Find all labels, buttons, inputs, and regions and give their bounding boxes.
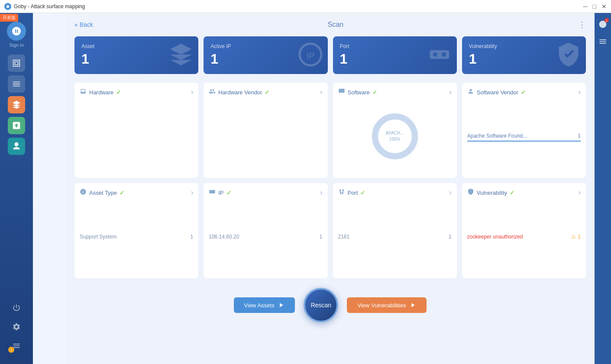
panel-hvendor-header: Hardware Vendor ✓ ›: [209, 88, 322, 97]
panel-hvendor-body: [209, 100, 322, 173]
app-icon: [4, 3, 11, 10]
vuln-zookeeper-count: 1: [578, 234, 581, 240]
svg-point-5: [442, 52, 446, 57]
panel-ip-body: 106.14.60.20 1: [209, 200, 322, 273]
sidebar-item-teal[interactable]: [8, 138, 25, 155]
assettype-nav[interactable]: ›: [191, 189, 193, 196]
close-button[interactable]: ✕: [601, 3, 607, 10]
panel-hardware: Hardware ✓ ›: [74, 83, 198, 178]
asset-type-icon: [80, 188, 87, 197]
svg-text:IP: IP: [306, 51, 314, 61]
stat-vuln-icon: [556, 42, 582, 69]
stat-asset[interactable]: Asset 1: [74, 36, 198, 74]
port-nav[interactable]: ›: [449, 189, 451, 196]
vendor-apache-name: Apache Software Found...: [467, 133, 527, 139]
svendor-nav[interactable]: ›: [579, 88, 581, 96]
sidebar-power-button[interactable]: [9, 300, 24, 316]
port-panel-icon: [338, 188, 345, 197]
titlebar: Goby - Attack surface mapping ─ □ ✕: [0, 0, 611, 13]
view-vulnerabilities-button[interactable]: View Vulnerabilities: [347, 297, 427, 313]
view-assets-arrow-icon: [278, 302, 284, 309]
panel-port-title: Port: [348, 190, 358, 196]
donut-label-name: APACH...: [386, 130, 404, 136]
stats-row: Asset 1 Active IP 1 IP Port 1 Vulnerabil…: [74, 36, 586, 74]
panel-assettype-body: Support System 1: [80, 200, 193, 273]
sidebar-right-list-button[interactable]: [596, 35, 610, 48]
software-nav[interactable]: ›: [449, 88, 451, 96]
sidebar-item-scan[interactable]: [8, 55, 25, 72]
sidebar-right: 1: [595, 13, 611, 364]
panel-software: Software ✓ › APACH... 100%: [333, 83, 457, 178]
vendor-apache-count: 1: [578, 133, 581, 139]
clock-badge: 1: [605, 18, 609, 23]
svg-rect-9: [210, 190, 215, 193]
warning-triangle-icon: ⚠: [571, 234, 576, 240]
main-content: « Back Scan ⋮ Asset 1 Active IP 1 IP Por…: [66, 13, 595, 364]
bottom-bar: View Assets Rescan View Vulnerabilities: [74, 283, 586, 327]
software-icon: [338, 88, 345, 97]
panel-software-title: Software: [348, 89, 370, 96]
panel-vuln-header: Vulnerability ✓ ›: [467, 188, 581, 197]
more-button[interactable]: ⋮: [578, 20, 586, 29]
stat-port[interactable]: Port 1: [333, 36, 457, 74]
panel-ip: IP ✓ › 106.14.60.20 1: [204, 183, 327, 278]
list-item-support: Support System 1: [80, 231, 193, 242]
port-number-name: 2181: [338, 234, 350, 240]
panel-svendor-body: Apache Software Found... 1: [467, 100, 581, 173]
donut-label-pct: 100%: [386, 136, 404, 142]
sidebar-item-orange[interactable]: [8, 96, 25, 113]
sidebar-settings-button[interactable]: [9, 319, 24, 335]
panel-assettype-header: Asset Type ✓ ›: [80, 188, 193, 197]
sidebar-item-list[interactable]: [8, 75, 25, 93]
vuln-zookeeper-badge: ⚠ 1: [571, 234, 581, 240]
list-item-ip: 106.14.60.20 1: [209, 231, 322, 242]
ip-nav[interactable]: ›: [320, 189, 322, 196]
sign-in-label[interactable]: Sign in: [9, 42, 24, 48]
header: « Back Scan ⋮: [74, 20, 586, 29]
vuln-nav[interactable]: ›: [579, 189, 581, 196]
panel-ip-title: IP: [218, 190, 223, 196]
panels-row-2: Asset Type ✓ › Support System 1 IP: [74, 183, 586, 278]
panel-hardware-vendor: Hardware Vendor ✓ ›: [204, 83, 327, 178]
panel-hardware-body: [80, 100, 193, 173]
donut-label: APACH... 100%: [386, 130, 404, 142]
stat-asset-icon: [168, 42, 194, 69]
assettype-check: ✓: [120, 189, 125, 196]
port-check: ✓: [360, 189, 365, 196]
view-assets-button[interactable]: View Assets: [234, 297, 295, 313]
hvendor-nav[interactable]: ›: [320, 88, 322, 96]
list-item-port: 2181 1: [338, 231, 452, 242]
hardware-icon: [80, 88, 87, 97]
maximize-button[interactable]: □: [593, 3, 596, 10]
stat-vulnerability[interactable]: Vulnerability 1: [462, 36, 586, 74]
rescan-label: Rescan: [311, 302, 331, 309]
panel-svendor-title: Software Vendor: [477, 89, 518, 96]
svg-point-4: [433, 52, 437, 57]
ip-check: ✓: [226, 189, 232, 196]
panel-software-header: Software ✓ ›: [338, 88, 452, 97]
ip-address-name: 106.14.60.20: [209, 234, 239, 240]
vendor-item-apache: Apache Software Found... 1: [467, 131, 581, 142]
hardware-nav[interactable]: ›: [191, 88, 193, 96]
app-title: Goby - Attack surface mapping: [14, 3, 85, 10]
rescan-button[interactable]: Rescan: [304, 288, 338, 322]
minimize-button[interactable]: ─: [583, 3, 588, 10]
hardware-check: ✓: [116, 89, 121, 96]
panel-assettype-title: Asset Type: [89, 190, 117, 196]
software-check: ✓: [372, 89, 378, 96]
back-button[interactable]: « Back: [74, 21, 93, 28]
panel-hardware-title: Hardware: [89, 89, 113, 96]
support-system-name: Support System: [80, 234, 116, 240]
logo: [7, 22, 26, 41]
window-controls[interactable]: ─ □ ✕: [583, 3, 607, 10]
vuln-panel-icon: [467, 188, 474, 197]
panel-hardware-header: Hardware ✓ ›: [80, 88, 193, 97]
sidebar-right-clock-button[interactable]: 1: [596, 17, 610, 31]
panel-asset-type: Asset Type ✓ › Support System 1: [74, 183, 198, 278]
ip-address-count: 1: [320, 234, 323, 240]
sidebar-item-green[interactable]: [8, 117, 25, 134]
port-number-count: 1: [449, 234, 452, 240]
support-system-count: 1: [191, 234, 194, 240]
panel-port: Port ✓ › 2181 1: [333, 183, 457, 278]
stat-active-ip[interactable]: Active IP 1 IP: [204, 36, 327, 74]
